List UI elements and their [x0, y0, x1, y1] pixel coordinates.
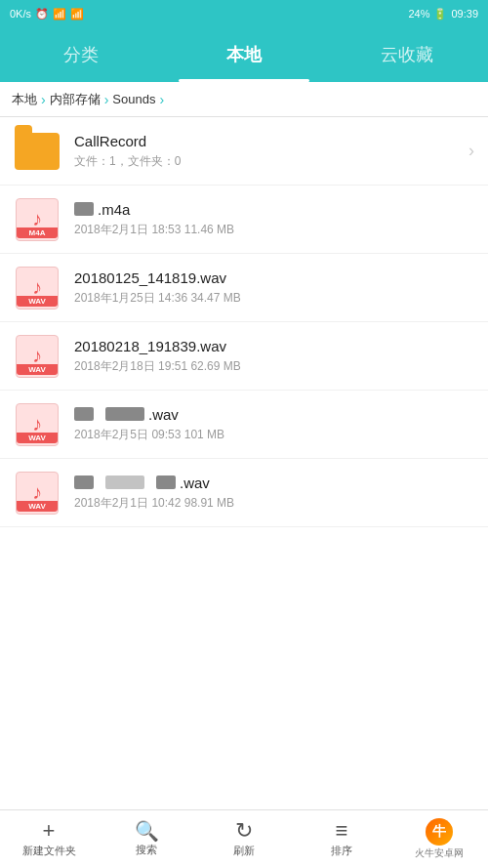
chevron-right-icon: › [468, 141, 474, 161]
tab-cloud[interactable]: 云收藏 [325, 27, 488, 82]
sort-label: 排序 [331, 844, 352, 858]
folder-icon [14, 128, 61, 175]
file-meta-wav-4: 2018年2月1日 10:42 98.91 MB [74, 495, 474, 512]
breadcrumb-sep-3: › [159, 92, 164, 107]
breadcrumb: 本地 › 内部存储 › Sounds › [0, 82, 488, 117]
file-name-wav-1: 20180125_141819.wav [74, 269, 474, 286]
battery-icon: 🔋 [433, 8, 447, 21]
file-item-wav-4[interactable]: ♪ WAV .wav 2018年2月1日 10:42 98.91 MB [0, 459, 488, 527]
breadcrumb-sep-2: › [104, 92, 109, 107]
file-item-callrecord[interactable]: CallRecord 文件：1，文件夹：0 › [0, 117, 488, 186]
battery-percent: 24% [408, 8, 429, 20]
file-item-wav-1[interactable]: ♪ WAV 20180125_141819.wav 2018年1月25日 14:… [0, 254, 488, 322]
breadcrumb-sep-1: › [41, 92, 46, 107]
sort-icon: ≡ [336, 820, 348, 842]
redacted-block [74, 475, 94, 489]
file-info-m4a: .m4a 2018年2月1日 18:53 11.46 MB [74, 201, 474, 238]
file-info-callrecord: CallRecord 文件：1，文件夹：0 [74, 133, 461, 170]
breadcrumb-sounds[interactable]: Sounds [112, 92, 155, 106]
logo-label: 火牛安卓网 [415, 847, 464, 860]
breadcrumb-internal-storage[interactable]: 内部存储 [50, 91, 101, 108]
breadcrumb-local[interactable]: 本地 [12, 91, 37, 108]
plus-icon: + [43, 820, 56, 842]
file-meta-wav-2: 2018年2月18日 19:51 62.69 MB [74, 358, 474, 375]
file-meta-callrecord: 文件：1，文件夹：0 [74, 153, 461, 170]
file-info-wav-4: .wav 2018年2月1日 10:42 98.91 MB [74, 475, 474, 512]
audio-icon-wav-4: ♪ WAV [14, 470, 61, 517]
file-meta-wav-1: 2018年1月25日 14:36 34.47 MB [74, 290, 474, 307]
redacted-block [105, 407, 144, 421]
redacted-block [74, 202, 94, 216]
audio-icon-m4a: ♪ M4A [14, 196, 61, 243]
logo-icon: 牛 [426, 818, 453, 846]
clock: 09:39 [451, 8, 478, 20]
bottom-toolbar: + 新建文件夹 🔍 搜索 ↻ 刷新 ≡ 排序 牛 火牛安卓网 [0, 809, 488, 868]
refresh-label: 刷新 [233, 844, 255, 858]
refresh-button[interactable]: ↻ 刷新 [195, 810, 293, 868]
file-info-wav-1: 20180125_141819.wav 2018年1月25日 14:36 34.… [74, 269, 474, 307]
redacted-block [156, 475, 176, 489]
refresh-icon: ↻ [235, 820, 253, 842]
new-folder-button[interactable]: + 新建文件夹 [0, 810, 98, 868]
search-button[interactable]: 🔍 搜索 [98, 810, 195, 868]
file-name-m4a: .m4a [74, 201, 474, 218]
new-folder-label: 新建文件夹 [22, 844, 76, 858]
search-icon: 🔍 [135, 821, 159, 841]
file-item-wav-2[interactable]: ♪ WAV 20180218_191839.wav 2018年2月18日 19:… [0, 322, 488, 391]
redacted-block [105, 475, 144, 489]
logo-area: 牛 火牛安卓网 [390, 810, 488, 868]
redacted-block [74, 407, 94, 421]
status-bar: 0K/s ⏰ 📶 📶 24% 🔋 09:39 [0, 0, 488, 27]
file-info-wav-2: 20180218_191839.wav 2018年2月18日 19:51 62.… [74, 338, 474, 375]
file-name-wav-3: .wav [74, 406, 474, 423]
network-speed: 0K/s [10, 8, 31, 20]
wifi-icon: 📶 [53, 8, 66, 21]
status-bar-left: 0K/s ⏰ 📶 📶 [10, 8, 84, 21]
alarm-icon: ⏰ [35, 8, 49, 21]
file-name-wav-4: .wav [74, 475, 474, 491]
sort-button[interactable]: ≡ 排序 [293, 810, 390, 868]
file-info-wav-3: .wav 2018年2月5日 09:53 101 MB [74, 406, 474, 443]
status-bar-right: 24% 🔋 09:39 [408, 8, 478, 21]
file-name-callrecord: CallRecord [74, 133, 461, 149]
tab-classify[interactable]: 分类 [0, 27, 163, 82]
file-item-m4a[interactable]: ♪ M4A .m4a 2018年2月1日 18:53 11.46 MB [0, 186, 488, 254]
top-nav: 分类 本地 云收藏 [0, 27, 488, 82]
signal-icon: 📶 [70, 8, 84, 21]
audio-icon-wav-1: ♪ WAV [14, 265, 61, 311]
audio-icon-wav-2: ♪ WAV [14, 333, 61, 380]
tab-local[interactable]: 本地 [163, 27, 326, 82]
file-list: CallRecord 文件：1，文件夹：0 › ♪ M4A .m4a 2018年… [0, 117, 488, 809]
file-name-wav-2: 20180218_191839.wav [74, 338, 474, 354]
search-label: 搜索 [136, 843, 157, 857]
file-item-wav-3[interactable]: ♪ WAV .wav 2018年2月5日 09:53 101 MB [0, 391, 488, 459]
audio-icon-wav-3: ♪ WAV [14, 401, 61, 448]
file-meta-wav-3: 2018年2月5日 09:53 101 MB [74, 427, 474, 443]
file-meta-m4a: 2018年2月1日 18:53 11.46 MB [74, 222, 474, 238]
